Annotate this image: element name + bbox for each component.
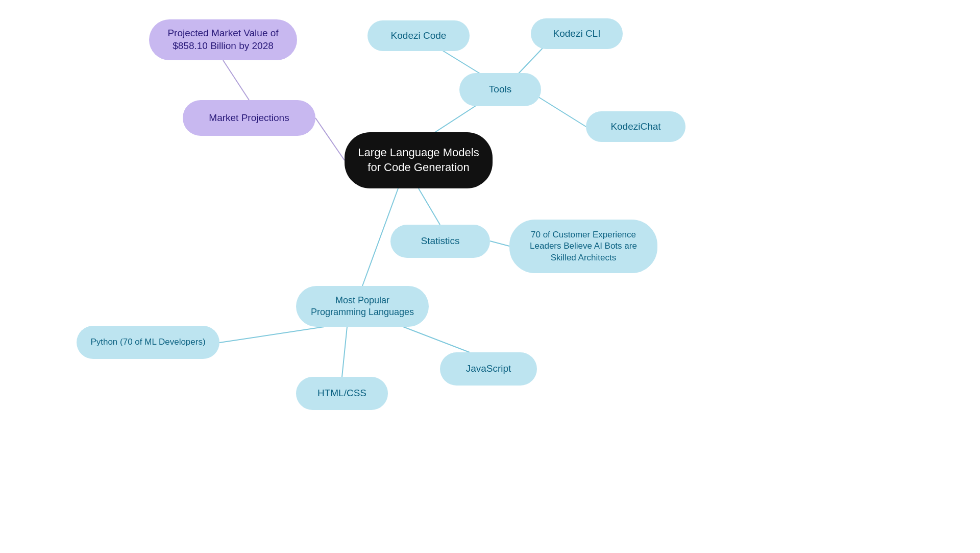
market-projections-label: Market Projections [209, 112, 289, 125]
kodezi-code-label: Kodezi Code [391, 30, 447, 42]
statistics-label: Statistics [421, 235, 459, 248]
central-node[interactable]: Large Language Models for Code Generatio… [345, 132, 493, 188]
html-css-label: HTML/CSS [317, 387, 366, 400]
central-label: Large Language Models for Code Generatio… [357, 146, 480, 175]
stat-detail-label: 70 of Customer Experience Leaders Believ… [522, 229, 645, 263]
javascript-node[interactable]: JavaScript [440, 352, 537, 386]
market-value-node[interactable]: Projected Market Value of$858.10 Billion… [149, 19, 297, 60]
kodezi-cli-label: Kodezi CLI [553, 28, 601, 40]
python-node[interactable]: Python (70 of ML Developers) [77, 326, 219, 359]
svg-line-7 [490, 241, 509, 246]
python-label: Python (70 of ML Developers) [90, 336, 205, 348]
svg-line-5 [538, 97, 586, 127]
kodezi-cli-node[interactable]: Kodezi CLI [531, 18, 623, 49]
svg-line-9 [219, 327, 324, 343]
javascript-label: JavaScript [466, 363, 511, 375]
svg-line-0 [315, 118, 345, 160]
html-css-node[interactable]: HTML/CSS [296, 377, 388, 410]
statistics-node[interactable]: Statistics [390, 225, 490, 258]
svg-line-6 [419, 188, 440, 225]
stat-detail-node[interactable]: 70 of Customer Experience Leaders Believ… [509, 220, 657, 273]
kodezi-chat-node[interactable]: KodeziChat [586, 111, 685, 142]
svg-line-1 [223, 60, 249, 100]
svg-line-11 [403, 327, 470, 352]
most-popular-node[interactable]: Most Popular Programming Languages [296, 286, 429, 327]
most-popular-label: Most Popular Programming Languages [308, 295, 416, 319]
svg-line-10 [342, 327, 347, 377]
market-value-label: Projected Market Value of$858.10 Billion… [167, 27, 278, 52]
kodezi-code-node[interactable]: Kodezi Code [368, 20, 470, 51]
market-projections-node[interactable]: Market Projections [183, 100, 315, 136]
tools-label: Tools [489, 83, 511, 96]
tools-node[interactable]: Tools [459, 73, 541, 106]
kodezi-chat-label: KodeziChat [610, 121, 660, 133]
